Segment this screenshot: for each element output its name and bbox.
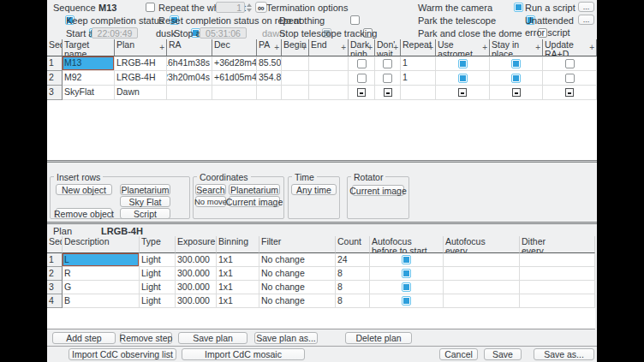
cell-count[interactable]: 8 [336,294,370,308]
no-move-button[interactable]: No move [195,196,226,207]
column-header-exposure[interactable]: Exposure [176,236,217,253]
delete-plan-button[interactable]: Delete plan [345,332,412,344]
cell-checkbox[interactable] [511,74,521,83]
cell-ra[interactable]: 23h20m04s [167,71,212,86]
warm-camera-checkbox[interactable] [514,3,523,12]
column-header-dec[interactable]: Dec [212,39,257,56]
cell-count[interactable]: 8 [336,281,370,294]
cell-astro[interactable] [436,86,490,100]
cell-astro[interactable] [436,71,490,86]
column-header-plan[interactable]: Plan+ [115,39,167,56]
cell-plan[interactable]: Dawn [115,86,167,100]
start-time-field[interactable]: 22:09:49 [92,27,138,39]
cell-type[interactable]: Light [140,281,176,294]
horizontal-splitter[interactable] [47,160,597,163]
cell-dont[interactable] [375,86,401,100]
cell-update[interactable] [543,71,597,86]
new-object-button[interactable]: New object [56,184,112,195]
cell-exposure[interactable]: 300.000 [176,294,217,308]
column-header-desc[interactable]: Description [63,236,140,253]
cell-binning[interactable]: 1x1 [217,294,259,308]
cell-begin[interactable] [282,56,309,71]
remove-step-button[interactable]: Remove step [120,332,172,344]
cell-type[interactable]: Light [140,253,176,267]
cell-ra[interactable]: 16h41m38s [167,56,212,71]
column-header-dark[interactable]: Dark nigh+ [349,39,375,56]
cell-checkbox[interactable] [511,59,521,68]
add-column-icon[interactable]: + [482,43,487,52]
cell-repeat[interactable]: 1 [401,71,436,86]
sky-flat-button[interactable]: Sky Flat [120,196,170,207]
cell-filter[interactable]: No change [259,281,336,294]
cell-dec[interactable]: +61d05m43s [212,71,257,86]
coords-planetarium-button[interactable]: Planetarium [229,184,280,195]
cell-dither[interactable] [520,253,595,267]
cell-end[interactable] [309,71,349,86]
cell-af_every[interactable] [444,253,520,267]
cell-dark[interactable] [349,71,375,86]
cell-desc[interactable]: R [63,267,140,281]
cell-dither[interactable] [520,294,595,308]
import-cdc-mosaic-button[interactable]: Import CdC mosaic [182,348,305,360]
repeat-whole-list-checkbox[interactable] [146,3,155,12]
cell-checkbox[interactable] [402,269,411,278]
cell-end[interactable] [309,86,349,100]
cell-af_every[interactable] [444,281,520,294]
cell-dark[interactable] [349,56,375,71]
cell-af_before[interactable] [370,253,444,267]
cell-binning[interactable]: 1x1 [217,281,259,294]
cell-astro[interactable] [436,56,490,71]
cell-checkbox[interactable] [458,74,468,83]
column-header-binning[interactable]: Binning [217,236,259,253]
cell-stay[interactable] [490,71,543,86]
unattended-error-browse-button[interactable]: ... [578,15,594,25]
tristate-checkbox[interactable] [512,88,521,97]
cell-name[interactable]: SkyFlat [63,86,115,100]
column-header-filter[interactable]: Filter [259,236,336,253]
cell-name[interactable]: M92 [63,71,115,86]
cell-dither[interactable] [520,281,595,294]
add-column-icon[interactable]: + [393,43,398,52]
import-cdc-list-button[interactable]: Import CdC observing list [69,348,176,360]
save-plan-as-button[interactable]: Save plan as... [254,332,318,344]
save-as-button[interactable]: Save as... [534,348,594,360]
repeat-count-spinbox[interactable]: 1 [216,2,245,13]
coords-current-image-button[interactable]: Current image [229,196,280,207]
cell-plan[interactable]: LRGB-4H [115,56,167,71]
cell-dark[interactable] [349,86,375,100]
column-header-af_before[interactable]: Autofocus before to start [370,236,444,253]
add-column-icon[interactable]: + [341,43,346,52]
column-header-af_every[interactable]: Autofocus every [444,236,520,253]
cell-dont[interactable] [375,56,401,71]
spinner-arrows-icon[interactable] [247,2,252,13]
cell-dec[interactable]: +36d28m41s [212,56,257,71]
cell-dither[interactable] [520,267,595,281]
cell-begin[interactable] [282,86,309,100]
column-header-ra[interactable]: RA [167,39,212,56]
script-button[interactable]: Script [120,208,170,219]
add-column-icon[interactable]: + [367,43,373,52]
tristate-checkbox[interactable] [565,88,574,97]
cell-exposure[interactable]: 300.000 [176,281,217,294]
cell-stay[interactable] [490,86,543,100]
column-header-astro[interactable]: Use astromet refine the po+ [436,39,490,56]
cell-name[interactable]: M13 [63,56,115,71]
cell-ra[interactable] [167,86,212,100]
save-plan-button[interactable]: Save plan [178,332,247,344]
cell-checkbox[interactable] [402,255,411,264]
add-column-icon[interactable]: + [301,43,307,52]
cell-update[interactable] [543,56,597,71]
cell-binning[interactable]: 1x1 [217,253,259,267]
cell-dont[interactable] [375,71,401,86]
infinity-button[interactable]: ∞ [255,2,267,13]
remove-object-button[interactable]: Remove object [56,208,112,219]
cell-end[interactable] [309,56,349,71]
cell-pa[interactable]: 85.50 [257,56,282,71]
add-column-icon[interactable]: + [428,43,433,52]
cell-af_before[interactable] [370,294,444,308]
cell-update[interactable] [543,86,597,100]
tristate-checkbox[interactable] [357,88,366,97]
cell-checkbox[interactable] [402,296,411,306]
cell-desc[interactable]: L [63,253,140,267]
any-time-button[interactable]: Any time [291,184,337,195]
